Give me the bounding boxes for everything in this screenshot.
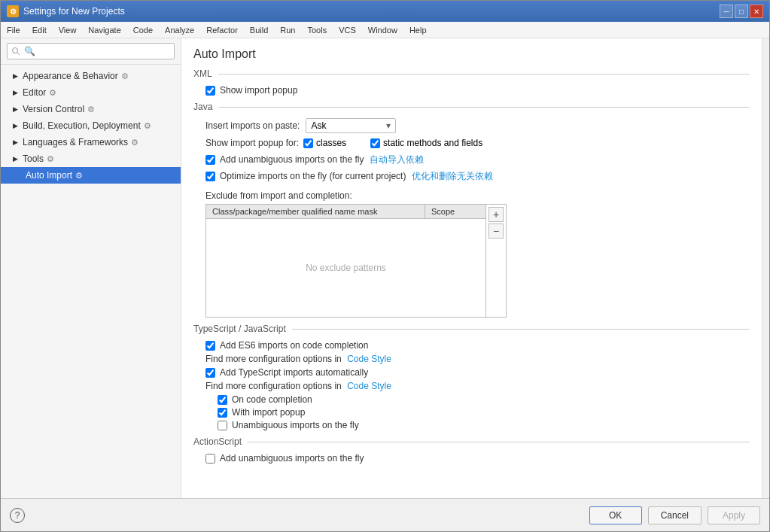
- scrollbar[interactable]: [762, 38, 769, 498]
- settings-icon: ⚙: [121, 71, 129, 81]
- sidebar: ▶ Appearance & Behavior ⚙ ▶ Editor ⚙ ▶ V…: [1, 38, 181, 498]
- show-import-popup-checkbox[interactable]: [205, 86, 215, 96]
- menu-help[interactable]: Help: [406, 25, 430, 35]
- remove-exclude-button[interactable]: −: [488, 223, 504, 239]
- add-unambiguous-label: Add unambiguous imports on the fly: [220, 154, 364, 165]
- menu-build[interactable]: Build: [247, 25, 271, 35]
- exclude-buttons: + −: [485, 205, 506, 317]
- sidebar-item-tools[interactable]: ▶ Tools ⚙: [1, 150, 181, 167]
- add-ts-label: Add TypeScript imports automatically: [220, 367, 368, 378]
- search-input[interactable]: [7, 43, 175, 59]
- ok-button[interactable]: OK: [589, 506, 642, 524]
- sidebar-item-version-control[interactable]: ▶ Version Control ⚙: [1, 101, 181, 117]
- menu-refactor[interactable]: Refactor: [203, 25, 241, 35]
- cancel-button[interactable]: Cancel: [648, 506, 702, 524]
- menu-window[interactable]: Window: [365, 25, 400, 35]
- insert-imports-value: Ask: [311, 120, 326, 131]
- insert-imports-dropdown[interactable]: Ask: [306, 118, 396, 133]
- menu-navigate[interactable]: Navigate: [85, 25, 123, 35]
- exclude-section: Exclude from import and completion: Clas…: [205, 190, 750, 318]
- menu-file[interactable]: File: [4, 25, 23, 35]
- java-section-line: [218, 107, 750, 108]
- main-panel: Auto Import XML Show import popup Java I…: [181, 38, 762, 498]
- insert-imports-row: Insert imports on paste: Ask: [205, 118, 750, 133]
- sidebar-item-version-control-label: Version Control: [23, 104, 84, 114]
- xml-section-line: [218, 74, 750, 74]
- with-import-popup-checkbox[interactable]: [218, 408, 227, 418]
- expand-arrow: ▶: [13, 89, 18, 96]
- code-style-link1[interactable]: Code Style: [347, 354, 391, 364]
- on-code-completion-checkbox[interactable]: [218, 395, 227, 405]
- settings-window: ⚙ Settings for New Projects ─ □ ✕ File E…: [0, 0, 770, 532]
- menu-code[interactable]: Code: [130, 25, 156, 35]
- code-style-link2[interactable]: Code Style: [347, 381, 391, 391]
- java-section-divider: Java: [193, 102, 750, 112]
- settings-icon: ⚙: [144, 121, 151, 131]
- actionscript-section-divider: ActionScript: [193, 436, 750, 447]
- title-bar: ⚙ Settings for New Projects ─ □ ✕: [1, 1, 769, 22]
- exclude-table-wrapper: Class/package/member qualified name mask…: [205, 204, 750, 318]
- actionscript-section-line: [248, 442, 750, 442]
- xml-section-label: XML: [193, 68, 212, 79]
- add-unambiguous-row: Add unambiguous imports on the fly 自动导入依…: [193, 151, 750, 168]
- window-title: Settings for New Projects: [23, 6, 125, 17]
- maximize-button[interactable]: □: [735, 5, 748, 18]
- apply-button[interactable]: Apply: [708, 506, 760, 524]
- settings-icon: ⚙: [49, 88, 56, 98]
- find-config-ts2-row: Find more configuration options in Code …: [205, 381, 750, 391]
- close-button[interactable]: ✕: [750, 5, 763, 18]
- with-import-popup-row: With import popup: [218, 407, 750, 418]
- add-es6-checkbox[interactable]: [205, 341, 215, 351]
- optimize-imports-checkbox[interactable]: [205, 172, 215, 181]
- exclude-table: Class/package/member qualified name mask…: [206, 205, 485, 317]
- exclude-col-scope: Scope: [425, 205, 485, 218]
- menu-view[interactable]: View: [56, 25, 80, 35]
- sidebar-item-build[interactable]: ▶ Build, Execution, Deployment ⚙: [1, 117, 181, 134]
- exclude-table-container: Class/package/member qualified name mask…: [205, 204, 507, 318]
- settings-icon: ⚙: [131, 138, 138, 147]
- actionscript-unambiguous-label: Add unambiguous imports on the fly: [220, 453, 364, 464]
- classes-label: classes: [316, 138, 346, 148]
- java-section-label: Java: [193, 102, 212, 112]
- expand-arrow: ▶: [13, 155, 18, 163]
- minimize-button[interactable]: ─: [720, 5, 733, 18]
- actionscript-add-unambiguous-row: Add unambiguous imports on the fly: [205, 453, 750, 464]
- menu-tools[interactable]: Tools: [304, 25, 330, 35]
- static-methods-checkbox[interactable]: [370, 138, 380, 148]
- menu-vcs[interactable]: VCS: [336, 25, 359, 35]
- menu-analyze[interactable]: Analyze: [162, 25, 197, 35]
- menu-bar: File Edit View Navigate Code Analyze Ref…: [1, 22, 769, 38]
- unambiguous-checkbox[interactable]: [218, 421, 227, 430]
- sidebar-item-editor[interactable]: ▶ Editor ⚙: [1, 84, 181, 101]
- unambiguous-label: Unambiguous imports on the fly: [232, 420, 359, 430]
- exclude-table-header: Class/package/member qualified name mask…: [206, 205, 485, 219]
- menu-run[interactable]: Run: [277, 25, 298, 35]
- actionscript-section-label: ActionScript: [193, 436, 242, 447]
- settings-icon: ⚙: [75, 171, 83, 181]
- actionscript-unambiguous-checkbox[interactable]: [205, 454, 215, 464]
- add-exclude-button[interactable]: +: [488, 207, 504, 222]
- add-unambiguous-checkbox-row: Add unambiguous imports on the fly: [205, 154, 364, 165]
- find-config-ts1-text: Find more configuration options in: [205, 354, 342, 364]
- ts-section-line: [292, 329, 750, 330]
- optimize-imports-row: Optimize imports on the fly (for current…: [193, 168, 750, 184]
- sidebar-item-auto-import[interactable]: Auto Import ⚙: [1, 167, 181, 184]
- sidebar-item-appearance[interactable]: ▶ Appearance & Behavior ⚙: [1, 68, 181, 84]
- expand-arrow: ▶: [13, 105, 18, 113]
- optimize-imports-label: Optimize imports on the fly (for current…: [220, 171, 406, 181]
- page-title: Auto Import: [193, 47, 750, 61]
- add-ts-checkbox[interactable]: [205, 368, 215, 378]
- exclude-label: Exclude from import and completion:: [205, 190, 750, 201]
- help-button[interactable]: ?: [10, 508, 25, 523]
- with-import-popup-label: With import popup: [232, 407, 305, 418]
- sidebar-item-languages[interactable]: ▶ Languages & Frameworks ⚙: [1, 134, 181, 150]
- sidebar-item-auto-import-label: Auto Import: [26, 170, 72, 181]
- classes-checkbox[interactable]: [303, 138, 313, 148]
- add-unambiguous-checkbox[interactable]: [205, 155, 215, 165]
- classes-group: classes: [303, 138, 346, 148]
- show-popup-for-label: Show import popup for:: [205, 138, 299, 148]
- optimize-annotation: 优化和删除无关依赖: [412, 170, 493, 183]
- menu-edit[interactable]: Edit: [29, 25, 50, 35]
- window-icon: ⚙: [7, 5, 19, 17]
- expand-arrow: ▶: [13, 138, 18, 146]
